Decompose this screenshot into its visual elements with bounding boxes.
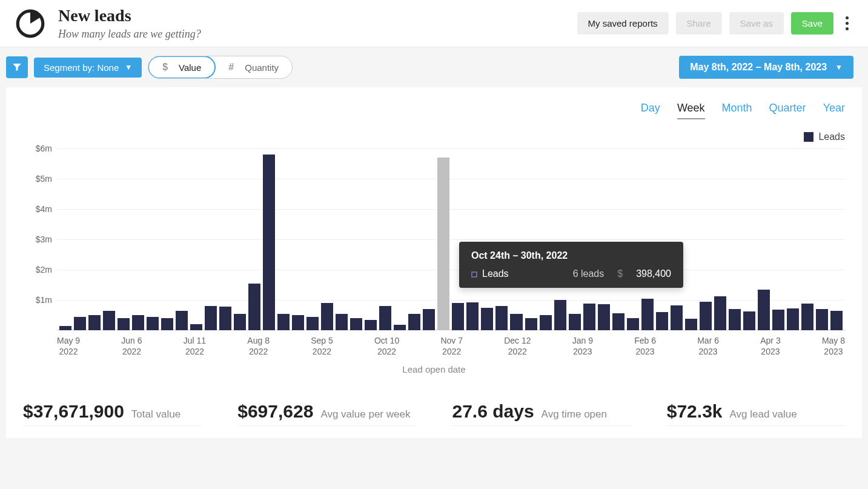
- share-button[interactable]: Share: [676, 12, 722, 35]
- metric-toggle: $ Value # Quantity: [148, 56, 293, 79]
- page-subtitle: How many leads are we getting?: [58, 28, 201, 41]
- chart-bar[interactable]: [147, 317, 159, 331]
- x-tick: Apr 32023: [760, 335, 780, 357]
- chart-bar[interactable]: [525, 318, 537, 330]
- tooltip-row: Leads 6 leads $ 398,400: [471, 268, 671, 279]
- chart-bar[interactable]: [74, 317, 86, 331]
- chart-bar[interactable]: [205, 306, 217, 330]
- chart-bar[interactable]: [437, 158, 449, 330]
- dollar-icon: $: [162, 62, 168, 73]
- date-range-label: May 8th, 2022 – May 8th, 2023: [690, 62, 827, 73]
- period-tab-year[interactable]: Year: [823, 102, 845, 119]
- stat-item: 27.6 daysAvg time open: [452, 401, 631, 426]
- chart-bar[interactable]: [554, 300, 566, 330]
- chart-bar[interactable]: [350, 318, 362, 330]
- saved-reports-button[interactable]: My saved reports: [577, 12, 669, 35]
- chart-bar[interactable]: [394, 325, 406, 330]
- chart-bar[interactable]: [379, 306, 391, 330]
- value-pill[interactable]: $ Value: [148, 56, 216, 79]
- chart-bar[interactable]: [306, 317, 319, 331]
- chart-bar[interactable]: [118, 318, 130, 330]
- y-tick: $2m: [36, 265, 52, 274]
- chart-bar[interactable]: [569, 314, 581, 331]
- segment-dropdown[interactable]: Segment by: None ▼: [34, 58, 142, 78]
- chart-bar[interactable]: [627, 318, 639, 330]
- chart-bar[interactable]: [700, 302, 712, 331]
- save-as-button[interactable]: Save as: [729, 12, 784, 35]
- chart-bar[interactable]: [190, 324, 202, 330]
- filterbar: Segment by: None ▼ $ Value # Quantity Ma…: [0, 47, 868, 87]
- chart-bar[interactable]: [540, 315, 552, 330]
- date-range-dropdown[interactable]: May 8th, 2022 – May 8th, 2023 ▼: [679, 56, 853, 79]
- chart-bar[interactable]: [452, 303, 464, 330]
- funnel-icon: [12, 62, 22, 73]
- chart-bar[interactable]: [88, 315, 101, 330]
- chart-bar[interactable]: [830, 311, 843, 330]
- x-tick: May 92022: [57, 335, 80, 357]
- chart-bar[interactable]: [292, 315, 304, 330]
- x-tick: Jul 112022: [184, 335, 206, 357]
- chart-bar[interactable]: [263, 155, 275, 330]
- chart-bar[interactable]: [321, 303, 333, 330]
- chart-bar[interactable]: [219, 307, 231, 330]
- y-tick: $6m: [36, 144, 52, 153]
- chart-bar[interactable]: [466, 302, 479, 330]
- chart-bar[interactable]: [729, 309, 741, 330]
- chart-bar[interactable]: [772, 310, 784, 330]
- stat-label: Total value: [131, 408, 181, 421]
- chart-bar[interactable]: [612, 313, 624, 330]
- chart-bar[interactable]: [758, 290, 770, 331]
- chart-bar[interactable]: [787, 308, 799, 330]
- chart-bar[interactable]: [336, 314, 348, 331]
- stat-value: 27.6 days: [452, 401, 534, 422]
- value-pill-label: Value: [179, 62, 201, 73]
- chart-bar[interactable]: [408, 314, 420, 331]
- chart-bar[interactable]: [277, 314, 290, 331]
- stat-item: $37,671,900Total value: [23, 401, 201, 426]
- segment-label: Segment by: None: [44, 62, 119, 73]
- plot-area[interactable]: Oct 24th – 30th, 2022 Leads 6 leads $ 39…: [57, 148, 845, 330]
- chart-bar[interactable]: [714, 296, 726, 331]
- period-tab-month[interactable]: Month: [722, 102, 752, 119]
- period-tab-day[interactable]: Day: [641, 102, 660, 119]
- chart-bar[interactable]: [743, 311, 755, 330]
- chart-bar[interactable]: [495, 306, 508, 330]
- chart-bar[interactable]: [816, 309, 828, 331]
- more-menu-button[interactable]: [841, 10, 853, 36]
- period-tab-quarter[interactable]: Quarter: [769, 102, 806, 119]
- x-tick: Nov 72022: [440, 335, 463, 357]
- quantity-pill[interactable]: # Quantity: [215, 56, 292, 78]
- chart-bar[interactable]: [248, 284, 260, 331]
- chart-bar[interactable]: [641, 299, 654, 331]
- topbar: New leads How many leads are we getting?…: [0, 0, 868, 47]
- chart-bar[interactable]: [685, 319, 697, 330]
- period-tab-week[interactable]: Week: [677, 102, 705, 119]
- chart-bar[interactable]: [59, 326, 71, 331]
- chart-bar[interactable]: [423, 309, 435, 330]
- y-tick: $4m: [36, 204, 52, 214]
- tooltip-title: Oct 24th – 30th, 2022: [471, 250, 671, 261]
- chart-bar[interactable]: [598, 304, 610, 331]
- chart-bar[interactable]: [481, 308, 493, 331]
- chart-bar[interactable]: [365, 320, 377, 331]
- legend: Leads: [23, 131, 845, 142]
- chart-bar[interactable]: [161, 318, 173, 330]
- chart-bar[interactable]: [583, 304, 595, 330]
- chart-bar[interactable]: [801, 304, 813, 330]
- stat-label: Avg time open: [542, 408, 607, 421]
- chart-bar[interactable]: [671, 305, 683, 330]
- stat-label: Avg lead value: [730, 408, 797, 421]
- filter-button[interactable]: [6, 56, 28, 78]
- chart-bar[interactable]: [234, 314, 246, 331]
- chart-bar[interactable]: [132, 315, 144, 330]
- chart-bar[interactable]: [176, 311, 188, 331]
- x-tick: Jan 92023: [572, 335, 593, 357]
- chart-bar[interactable]: [656, 312, 668, 330]
- x-axis: May 92022Jun 62022Jul 112022Aug 82022Sep…: [57, 335, 845, 357]
- chart-bar[interactable]: [103, 311, 115, 331]
- x-tick: Sep 52022: [311, 335, 333, 357]
- save-button[interactable]: Save: [791, 12, 833, 35]
- stat-value: $37,671,900: [23, 401, 124, 422]
- chart-bar[interactable]: [510, 314, 522, 331]
- title-block: New leads How many leads are we getting?: [58, 6, 201, 41]
